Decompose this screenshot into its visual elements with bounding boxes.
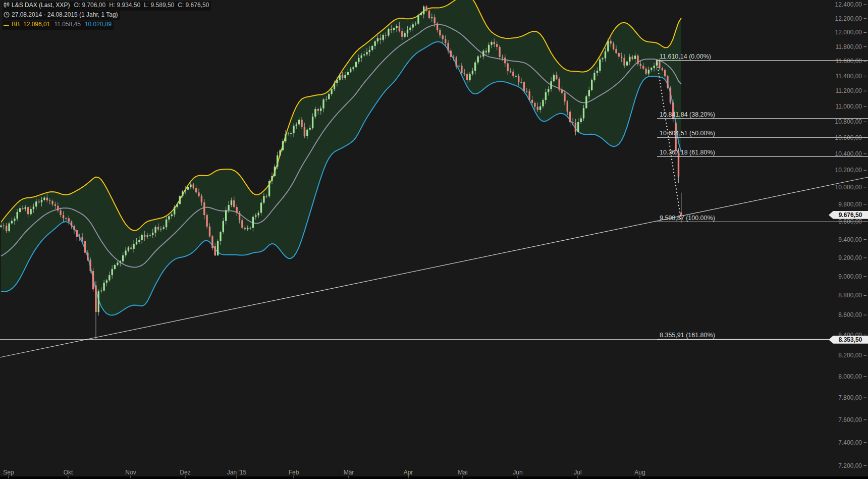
candlestick-chart-icon — [4, 2, 10, 10]
svg-text:9.200,00: 9.200,00 — [838, 254, 862, 261]
svg-text:10.000,00: 10.000,00 — [835, 184, 862, 191]
svg-text:8.200,00: 8.200,00 — [838, 352, 862, 359]
bb-indicator-row: BB12.096,0111.058,4510.020,89 — [3, 21, 114, 30]
month-label: Apr — [404, 469, 413, 476]
svg-text:8.600,00: 8.600,00 — [838, 311, 862, 318]
close-value: 9.676,50 — [186, 2, 209, 9]
svg-text:12.400,00: 12.400,00 — [835, 1, 862, 8]
bb-lower-value: 10.020,89 — [85, 21, 112, 28]
svg-text:11.800,00: 11.800,00 — [836, 43, 862, 50]
month-label: Jan '15 — [227, 469, 247, 476]
bb-upper-value: 12.096,01 — [23, 21, 50, 28]
fib-level-label: 11.610,14 (0.00%) — [660, 53, 711, 60]
svg-text:11.200,00: 11.200,00 — [836, 87, 862, 94]
clock-icon — [4, 12, 10, 20]
month-label: Aug — [634, 469, 645, 476]
date-range: 27.08.2014 - 24.08.2015 (1 Jahr, 1 Tag) — [12, 11, 118, 18]
svg-text:12.000,00: 12.000,00 — [835, 29, 862, 36]
svg-text:8.000,00: 8.000,00 — [838, 373, 862, 380]
svg-text:11.000,00: 11.000,00 — [836, 103, 862, 110]
svg-text:7.200,00: 7.200,00 — [838, 462, 862, 469]
svg-text:11.600,00: 11.600,00 — [836, 58, 862, 65]
month-label: Okt — [64, 469, 73, 476]
high-value: 9.934,50 — [117, 2, 140, 9]
month-label: Mai — [458, 469, 467, 476]
trading-chart-window: 12.400,0012.200,0012.000,0011.800,0011.6… — [0, 0, 868, 479]
price-tag-value: 8.353,50 — [839, 336, 862, 343]
svg-text:7.400,00: 7.400,00 — [838, 439, 862, 446]
svg-text:12.200,00: 12.200,00 — [835, 15, 862, 22]
svg-text:9.000,00: 9.000,00 — [838, 273, 862, 280]
month-label: Nov — [125, 469, 136, 476]
month-label: Jun — [513, 469, 522, 476]
fib-level-label: 8.355,91 (161.80%) — [660, 332, 715, 339]
svg-text:7.600,00: 7.600,00 — [838, 416, 862, 423]
price-chart-canvas[interactable]: 12.400,0012.200,0012.000,0011.800,0011.6… — [0, 0, 868, 479]
instrument-row: L&S DAX (Last, XXP)O: 9.706,00H: 9.934,5… — [3, 2, 211, 11]
svg-text:9.400,00: 9.400,00 — [838, 236, 862, 243]
svg-text:10.200,00: 10.200,00 — [835, 167, 862, 174]
bb-middle-value: 11.058,45 — [54, 21, 81, 28]
date-range-row: 27.08.2014 - 24.08.2015 (1 Jahr, 1 Tag) — [3, 11, 120, 20]
month-label: Dez — [180, 469, 190, 476]
indicator-line-icon — [4, 22, 10, 29]
low-value: 9.589,50 — [151, 2, 175, 9]
month-label: Feb — [289, 469, 299, 476]
svg-text:10.600,00: 10.600,00 — [835, 134, 862, 141]
svg-text:11.400,00: 11.400,00 — [836, 73, 862, 80]
svg-text:8.800,00: 8.800,00 — [838, 292, 862, 299]
month-label: Mär — [344, 469, 354, 476]
price-tag-value: 9.676,50 — [839, 211, 862, 219]
ohlc-values: O: 9.706,00H: 9.934,50L: 9.589,50C: 9.67… — [74, 2, 209, 9]
fib-level-label: 10.367,18 (61.80%) — [660, 149, 715, 156]
fib-level-label: 10.841,84 (38.20%) — [660, 111, 715, 118]
bottom-bar — [0, 476, 868, 479]
month-label: Sep — [3, 469, 14, 476]
svg-text:10.800,00: 10.800,00 — [835, 118, 862, 125]
fib-level-label: 9.598,87 (100.00%) — [660, 215, 715, 222]
open-value: 9.706,00 — [82, 2, 105, 9]
bb-label: BB — [12, 21, 20, 28]
svg-text:9.800,00: 9.800,00 — [838, 201, 862, 208]
month-label: Jul — [574, 469, 581, 476]
chart-legend: L&S DAX (Last, XXP)O: 9.706,00H: 9.934,5… — [3, 2, 211, 30]
svg-text:7.800,00: 7.800,00 — [838, 394, 862, 401]
instrument-title: L&S DAX (Last, XXP) — [12, 2, 70, 9]
